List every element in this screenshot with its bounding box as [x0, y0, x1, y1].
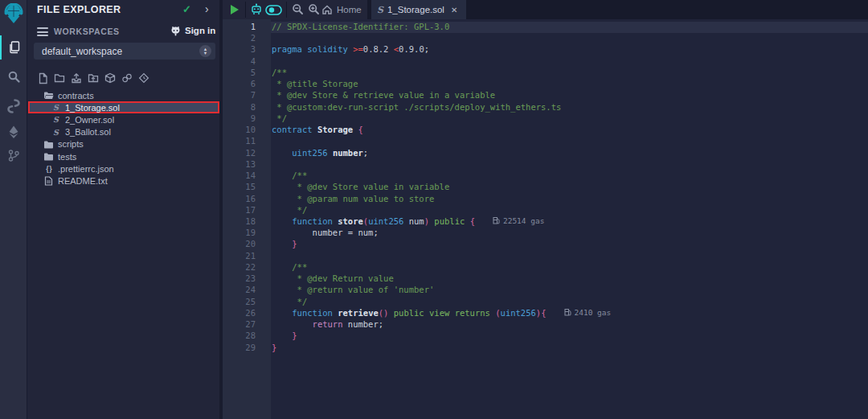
- tree-item-2-owner-sol[interactable]: S2_Owner.sol: [28, 113, 219, 125]
- code-area[interactable]: // SPDX-License-Identifier: GPL-3.0pragm…: [271, 19, 868, 419]
- ai-assistant-button[interactable]: [250, 3, 263, 19]
- gas-estimate-label: 2410 gas: [575, 308, 612, 317]
- ai-toggle[interactable]: [265, 4, 282, 18]
- code-line-29[interactable]: }: [271, 343, 868, 354]
- code-line-15[interactable]: * @dev Store value in variable: [271, 182, 868, 193]
- code-line-26[interactable]: function retrieve() public view returns …: [271, 308, 868, 319]
- code-line-22[interactable]: /**: [271, 262, 868, 273]
- code-line-10[interactable]: contract Storage {: [271, 125, 868, 136]
- sidebar-item-file-explorer[interactable]: [0, 35, 27, 60]
- workspaces-menu-icon[interactable]: [37, 27, 48, 39]
- solidity-icon: S: [51, 128, 61, 137]
- tree-item-label: 2_Owner.sol: [65, 115, 114, 125]
- upload-folder-button[interactable]: [88, 72, 99, 84]
- tree-item-tests[interactable]: tests: [28, 150, 219, 162]
- diamond-button[interactable]: [138, 72, 149, 84]
- tree-item--prettierrc-json[interactable]: { }.prettierrc.json: [28, 162, 219, 175]
- line-number: 26: [223, 308, 271, 319]
- tree-item-scripts[interactable]: scripts: [28, 138, 219, 150]
- workspace-stepper-icon[interactable]: ▲▼: [199, 45, 211, 57]
- code-line-4[interactable]: [271, 56, 868, 68]
- tab-1-storage-sol[interactable]: S 1_Storage.sol ✕: [371, 0, 466, 19]
- solidity-icon: S: [51, 115, 61, 124]
- code-line-17[interactable]: */: [271, 205, 868, 216]
- code-line-9[interactable]: */: [271, 113, 868, 125]
- tab-home-label: Home: [337, 5, 362, 14]
- accept-check-button[interactable]: ✓: [182, 3, 191, 15]
- code-line-25[interactable]: */: [271, 297, 868, 308]
- robot-icon: [250, 3, 263, 16]
- code-line-14[interactable]: /**: [271, 170, 868, 182]
- code-line-8[interactable]: * @custom:dev-run-script ./scripts/deplo…: [271, 102, 868, 113]
- tree-item-1-storage-sol[interactable]: S1_Storage.sol: [28, 101, 219, 113]
- code-line-1[interactable]: // SPDX-License-Identifier: GPL-3.0: [271, 22, 868, 33]
- file-tree: contractsS1_Storage.solS2_Owner.solS3_Ba…: [28, 89, 219, 187]
- code-line-13[interactable]: [271, 159, 868, 170]
- code-line-28[interactable]: }: [271, 331, 868, 342]
- code-line-19[interactable]: number = num;: [271, 228, 868, 239]
- file-explorer-panel: FILE EXPLORER ✓ › WORKSPACES Sign in def…: [28, 0, 219, 419]
- editor-region: Home S 1_Storage.sol ✕ 12345678910111213…: [223, 0, 868, 419]
- code-line-2[interactable]: [271, 33, 868, 44]
- gas-estimate-badge: 2410 gas: [564, 308, 612, 317]
- zoom-out-icon: [292, 3, 304, 15]
- new-file-button[interactable]: [37, 72, 48, 84]
- remix-logo[interactable]: [0, 2, 27, 26]
- code-line-23[interactable]: * @dev Return value: [271, 273, 868, 285]
- github-icon: [170, 25, 182, 36]
- sidebar-item-deploy-and-run[interactable]: [0, 120, 27, 144]
- sign-in-label: Sign in: [185, 26, 215, 35]
- code-line-6[interactable]: * @title Storage: [271, 79, 868, 90]
- run-script-button[interactable]: [231, 5, 239, 14]
- file-actions-toolbar: [37, 72, 149, 84]
- upload-file-button[interactable]: [71, 72, 82, 84]
- solidity-compiler-icon: [7, 99, 20, 113]
- line-number: 5: [223, 68, 271, 79]
- line-number: 18: [223, 216, 271, 228]
- new-folder-button[interactable]: [54, 72, 65, 84]
- panel-title: FILE EXPLORER: [37, 4, 121, 15]
- zoom-in-icon: [308, 3, 320, 15]
- sidebar-item-search[interactable]: [0, 64, 27, 88]
- toggle-icon: [265, 5, 282, 15]
- box-button[interactable]: [104, 72, 116, 84]
- code-line-11[interactable]: [271, 136, 868, 147]
- code-line-18[interactable]: function store(uint256 num) public {2251…: [271, 216, 868, 228]
- tree-item-label: contracts: [58, 91, 94, 101]
- zoom-in-button[interactable]: [308, 3, 320, 18]
- sign-in-button[interactable]: Sign in: [170, 25, 215, 36]
- workspace-selected-value: default_workspace: [34, 46, 199, 57]
- solidity-icon: S: [51, 103, 61, 112]
- line-number: 19: [223, 228, 271, 239]
- sidebar-item-git[interactable]: [0, 143, 27, 167]
- tree-item-contracts[interactable]: contracts: [28, 89, 219, 101]
- link-button[interactable]: [121, 72, 133, 84]
- code-line-27[interactable]: return number;: [271, 319, 868, 331]
- code-line-3[interactable]: pragma solidity >=0.8.2 <0.9.0;: [271, 44, 868, 55]
- folder-icon: [43, 140, 54, 149]
- code-line-21[interactable]: [271, 251, 868, 262]
- tab-close-icon[interactable]: ✕: [451, 6, 457, 14]
- code-line-5[interactable]: /**: [271, 68, 868, 79]
- code-line-12[interactable]: uint256 number;: [271, 148, 868, 159]
- code-line-20[interactable]: }: [271, 239, 868, 250]
- ethereum-icon: [7, 125, 20, 139]
- line-number: 11: [223, 136, 271, 147]
- tree-item-3-ballot-sol[interactable]: S3_Ballot.sol: [28, 126, 219, 138]
- code-editor[interactable]: 1234567891011121314151617181920212223242…: [223, 19, 868, 419]
- line-number: 4: [223, 56, 271, 68]
- line-number: 1: [223, 22, 271, 33]
- workspace-select[interactable]: default_workspace ▲▼: [34, 43, 215, 60]
- code-line-7[interactable]: * @dev Store & retrieve value in a varia…: [271, 90, 868, 101]
- tab-home[interactable]: Home: [321, 0, 362, 19]
- code-line-16[interactable]: * @param num value to store: [271, 194, 868, 205]
- panel-expand-chevron[interactable]: ›: [205, 2, 209, 15]
- sidebar-item-solidity-compiler[interactable]: [0, 94, 27, 118]
- zoom-out-button[interactable]: [292, 3, 304, 18]
- tree-item-readme-txt[interactable]: README.txt: [28, 175, 219, 187]
- line-number-gutter: 1234567891011121314151617181920212223242…: [223, 19, 271, 419]
- file-icon: [43, 176, 54, 186]
- line-number: 8: [223, 102, 271, 113]
- line-number: 28: [223, 331, 271, 342]
- code-line-24[interactable]: * @return value of 'number': [271, 285, 868, 296]
